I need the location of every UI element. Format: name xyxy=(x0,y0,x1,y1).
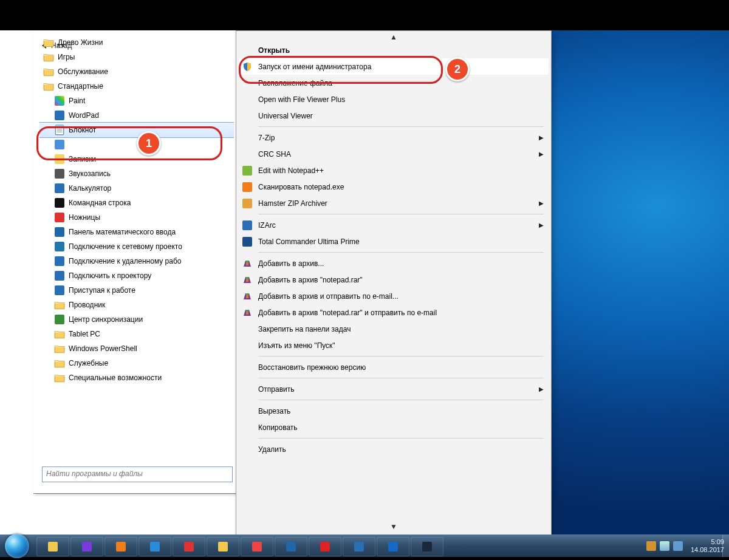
context-menu-items: Открыть Запуск от имени администратораРа… xyxy=(239,33,549,457)
taskbar-button-teamviewer[interactable] xyxy=(377,537,409,556)
context-item-добавить-в-архив-notepad-rar-[interactable]: Добавить в архив "notepad.rar" xyxy=(239,271,549,288)
program-item-label: Специальные возможности xyxy=(69,370,162,385)
program-item-windows-powershell[interactable]: Windows PowerShell xyxy=(39,341,234,356)
taskbar-time: 5:09 xyxy=(691,538,724,546)
context-item-label: Universal Viewer xyxy=(258,112,544,120)
program-item-записки[interactable]: Записки xyxy=(39,152,234,166)
program-tree: Древо ЖизниИгрыОбслуживаниеСтандартныеPa… xyxy=(39,35,234,385)
program-item-обслуживание[interactable]: Обслуживание xyxy=(39,64,234,79)
taskbar-clock[interactable]: 5:09 14.08.2017 xyxy=(691,538,724,554)
context-item-удалить[interactable]: Удалить xyxy=(239,441,549,457)
context-item-izarc[interactable]: IZArc▶ xyxy=(239,217,549,233)
program-item-игры[interactable]: Игры xyxy=(39,50,234,64)
program-item-приступая-к-работе[interactable]: Приступая к работе xyxy=(39,283,234,298)
annotation-badge-1: 1 xyxy=(137,131,161,155)
taskbar-button-yandex[interactable] xyxy=(309,537,341,556)
context-item-total-commander-ultima-prime[interactable]: Total Commander Ultima Prime xyxy=(239,233,549,250)
winrar-icon xyxy=(241,290,253,302)
context-item-изъять-из-меню-пуск-[interactable]: Изъять из меню "Пуск" xyxy=(239,337,549,353)
program-item-tablet-pc[interactable]: Tablet PC xyxy=(39,327,234,341)
program-item-стандартные[interactable]: Стандартные xyxy=(39,79,234,94)
program-item-label: Древо Жизни xyxy=(58,35,103,50)
program-item-подключить-к-проектору[interactable]: Подключить к проектору xyxy=(39,268,234,283)
context-item-отправить[interactable]: Отправить▶ xyxy=(239,381,549,397)
program-item-калькулятор[interactable]: Калькулятор xyxy=(39,181,234,196)
proj-icon xyxy=(54,270,65,281)
taskbar-button-wmp-orange[interactable] xyxy=(104,537,137,556)
shield-icon xyxy=(241,61,253,73)
context-item-запуск-от-имени-администратора[interactable]: Запуск от имени администратора xyxy=(239,58,549,75)
taskbar: 5:09 14.08.2017 xyxy=(0,534,729,557)
steam-icon xyxy=(422,542,432,551)
search-input[interactable] xyxy=(43,467,239,480)
folder-icon xyxy=(43,52,54,63)
folder-icon xyxy=(43,81,54,92)
context-item-расположение-файла[interactable]: Расположение файла xyxy=(239,75,549,91)
program-item-древо-жизни[interactable]: Древо Жизни xyxy=(39,35,234,50)
program-item-label: Блокнот xyxy=(69,123,96,137)
submenu-arrow-icon: ▶ xyxy=(539,222,544,228)
taskbar-button-browser[interactable] xyxy=(275,537,307,556)
program-item-звукозапись[interactable]: Звукозапись xyxy=(39,166,234,181)
context-item-копировать[interactable]: Копировать xyxy=(239,419,549,435)
start-orb[interactable] xyxy=(5,534,29,558)
taskbar-button-steam[interactable] xyxy=(411,537,443,556)
program-item-wordpad[interactable]: WordPad xyxy=(39,108,234,123)
taskbar-button-wmp-purple[interactable] xyxy=(70,537,103,556)
program-item-подключение-к-сетевому-проекто[interactable]: Подключение к сетевому проекто xyxy=(39,239,234,254)
skitch-icon xyxy=(184,542,194,551)
context-item-добавить-в-архив-[interactable]: Добавить в архив... xyxy=(239,255,549,271)
annotation-badge-2-text: 2 xyxy=(454,63,460,76)
context-item-label: Total Commander Ultima Prime xyxy=(258,237,544,246)
program-item-label: Подключение к сетевому проекто xyxy=(69,239,182,254)
context-item-open-with-file-viewer-plus[interactable]: Open with File Viewer Plus xyxy=(239,91,549,108)
context-item-label: Добавить в архив "notepad.rar" и отправи… xyxy=(258,309,544,317)
program-item-блокнот[interactable]: Блокнот xyxy=(39,122,234,138)
context-item-7-zip[interactable]: 7-Zip▶ xyxy=(239,129,549,146)
show-desktop-button[interactable] xyxy=(722,535,729,557)
context-scroll-down[interactable]: ▼ xyxy=(236,521,551,533)
sync-icon xyxy=(54,314,65,325)
start-menu-search[interactable] xyxy=(42,466,233,482)
taskbar-button-folder[interactable] xyxy=(207,537,239,556)
context-item-crc-sha[interactable]: CRC SHA▶ xyxy=(239,146,549,162)
context-item-universal-viewer[interactable]: Universal Viewer xyxy=(239,108,549,124)
context-item-hamster-zip-archiver[interactable]: Hamster ZIP Archiver▶ xyxy=(239,195,549,211)
context-item-open[interactable]: Открыть xyxy=(239,42,549,58)
annotation-badge-2: 2 xyxy=(445,57,470,81)
program-item-служебные[interactable]: Служебные xyxy=(39,356,234,370)
program-item-специальные-возможности[interactable]: Специальные возможности xyxy=(39,370,234,385)
program-item-центр-синхронизации[interactable]: Центр синхронизации xyxy=(39,312,234,327)
context-item-label: Удалить xyxy=(258,445,544,454)
folder-icon xyxy=(54,372,65,383)
taskbar-button-skitch[interactable] xyxy=(173,537,205,556)
tray-network-icon[interactable] xyxy=(660,541,669,551)
taskbar-button-photos[interactable] xyxy=(343,537,375,556)
system-tray: 5:09 14.08.2017 xyxy=(645,535,724,557)
program-item-подключение-к-удаленному-рабо[interactable]: Подключение к удаленному рабо xyxy=(39,254,234,268)
context-item-edit-with-notepad-[interactable]: Edit with Notepad++ xyxy=(239,162,549,179)
program-item-label: Панель математического ввода xyxy=(69,225,176,239)
svg-rect-7 xyxy=(246,295,248,298)
context-item-добавить-в-архив-и-отправить-по-e-mail-[interactable]: Добавить в архив и отправить по e-mail..… xyxy=(239,288,549,304)
context-item-закрепить-на-панели-задач[interactable]: Закрепить на панели задач xyxy=(239,321,549,337)
tray-volume-icon[interactable] xyxy=(673,541,683,551)
program-item-ножницы[interactable]: Ножницы xyxy=(39,210,234,225)
program-item-командная-строка[interactable]: Командная строка xyxy=(39,196,234,210)
taskbar-button-chrome[interactable] xyxy=(241,537,273,556)
context-item-добавить-в-архив-notepad-rar-и-отправить[interactable]: Добавить в архив "notepad.rar" и отправи… xyxy=(239,304,549,321)
tray-flag-icon[interactable] xyxy=(646,541,656,551)
context-item-восстановить-прежнюю-версию[interactable]: Восстановить прежнюю версию xyxy=(239,359,549,375)
context-item-вырезать[interactable]: Вырезать xyxy=(239,403,549,419)
context-separator xyxy=(258,126,544,127)
context-item-label: Open with File Viewer Plus xyxy=(258,95,544,104)
taskbar-button-ie[interactable] xyxy=(139,537,171,556)
program-item-панель-математического-ввода[interactable]: Панель математического ввода xyxy=(39,225,234,239)
taskbar-button-explorer[interactable] xyxy=(36,537,69,556)
context-item-сканировать-notepad-exe[interactable]: Сканировать notepad.exe xyxy=(239,179,549,195)
taskbar-date: 14.08.2017 xyxy=(691,546,724,554)
program-item-проводник[interactable]: Проводник xyxy=(39,298,234,312)
wmp-purple-icon xyxy=(82,542,92,551)
program-item-paint[interactable]: Paint xyxy=(39,94,234,108)
context-item-label: IZArc xyxy=(258,221,534,230)
